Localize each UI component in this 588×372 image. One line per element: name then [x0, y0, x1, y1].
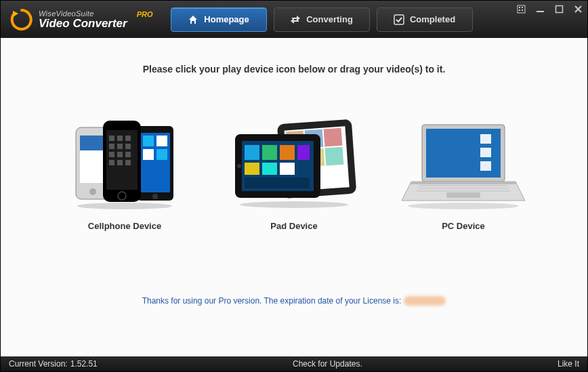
svg-point-20	[152, 194, 158, 199]
main-content: Please click your play device icon below…	[1, 38, 587, 356]
pad-icon	[230, 115, 358, 210]
svg-rect-49	[280, 145, 295, 160]
svg-rect-17	[156, 136, 167, 146]
svg-rect-41	[324, 128, 343, 147]
svg-rect-62	[446, 192, 480, 198]
tab-completed-label: Completed	[410, 14, 455, 24]
svg-rect-27	[117, 144, 123, 149]
app-suite-name: WiseVideoSuite	[39, 10, 127, 18]
device-list: Cellphone Device	[60, 115, 528, 231]
svg-rect-2	[519, 7, 520, 8]
minimize-button[interactable]	[534, 3, 545, 14]
status-bar: Current Version: 1.52.51 Check for Updat…	[1, 356, 587, 371]
svg-rect-60	[480, 148, 491, 157]
cellphone-icon	[60, 115, 189, 210]
svg-rect-3	[522, 7, 523, 8]
check-icon	[394, 14, 404, 25]
svg-rect-34	[125, 160, 131, 165]
svg-point-55	[237, 164, 241, 168]
check-updates-link[interactable]: Check for Updates.	[293, 359, 362, 369]
device-pad[interactable]: Pad Device	[230, 115, 358, 231]
title-bar: WiseVideoSuite Video Converter PRO Homep…	[1, 1, 587, 38]
window-controls	[516, 3, 583, 14]
app-title-text: WiseVideoSuite Video Converter	[39, 10, 127, 29]
device-pad-label: Pad Device	[270, 221, 317, 231]
version-label: Current Version:	[9, 359, 68, 369]
svg-rect-33	[117, 160, 123, 165]
svg-rect-52	[262, 163, 277, 175]
maximize-button[interactable]	[553, 3, 564, 14]
pro-badge: PRO	[137, 10, 153, 18]
pc-icon	[399, 115, 528, 210]
svg-rect-4	[519, 9, 520, 11]
svg-rect-28	[125, 144, 131, 149]
svg-rect-61	[480, 161, 491, 171]
svg-rect-0	[394, 15, 404, 24]
instruction-text: Please click your play device icon below…	[143, 64, 446, 75]
svg-rect-29	[109, 152, 114, 157]
nav-tabs: Homepage Converting Completed	[171, 7, 473, 32]
svg-rect-23	[109, 136, 114, 141]
svg-rect-30	[117, 152, 123, 157]
svg-rect-26	[109, 144, 114, 149]
svg-rect-51	[245, 163, 259, 175]
tab-converting[interactable]: Converting	[274, 7, 370, 32]
svg-rect-47	[245, 145, 259, 160]
svg-rect-32	[109, 160, 114, 165]
svg-rect-48	[262, 145, 277, 160]
svg-rect-7	[555, 5, 562, 12]
svg-point-12	[89, 188, 96, 195]
svg-rect-53	[280, 163, 295, 175]
svg-point-56	[408, 203, 519, 209]
version-info: Current Version: 1.52.51	[9, 359, 98, 369]
svg-rect-11	[80, 136, 106, 150]
svg-rect-1	[518, 5, 525, 13]
svg-rect-18	[143, 149, 154, 160]
svg-rect-44	[325, 147, 344, 166]
device-cellphone[interactable]: Cellphone Device	[60, 115, 189, 231]
device-pc[interactable]: PC Device	[399, 115, 528, 231]
svg-rect-25	[125, 136, 131, 141]
close-button[interactable]	[572, 3, 583, 14]
svg-rect-50	[297, 145, 310, 160]
tab-converting-label: Converting	[306, 14, 353, 24]
tab-homepage-label: Homepage	[204, 14, 249, 24]
svg-rect-19	[156, 149, 167, 160]
svg-rect-54	[245, 178, 310, 188]
like-it-link[interactable]: Like It	[558, 359, 579, 369]
device-pc-label: PC Device	[442, 221, 485, 231]
svg-rect-16	[143, 136, 154, 146]
tab-completed[interactable]: Completed	[377, 7, 473, 32]
convert-icon	[290, 14, 301, 25]
app-logo-icon	[10, 8, 33, 31]
svg-point-8	[77, 203, 172, 209]
tab-homepage[interactable]: Homepage	[171, 7, 267, 32]
home-icon	[188, 14, 198, 25]
device-cellphone-label: Cellphone Device	[88, 221, 161, 231]
svg-rect-5	[522, 9, 523, 11]
license-text: Thanks for using our Pro version. The ex…	[142, 296, 446, 306]
svg-rect-6	[537, 11, 544, 12]
svg-rect-24	[117, 136, 123, 141]
svg-point-36	[240, 201, 348, 208]
app-logo-block: WiseVideoSuite Video Converter PRO	[10, 8, 153, 31]
svg-rect-59	[480, 134, 491, 144]
app-title: Video Converter	[39, 18, 127, 29]
license-prefix: Thanks for using our Pro version. The ex…	[142, 296, 402, 306]
version-value: 1.52.51	[70, 359, 98, 369]
settings-icon[interactable]	[516, 3, 526, 14]
license-date-redacted	[404, 296, 446, 306]
svg-rect-31	[125, 152, 131, 157]
